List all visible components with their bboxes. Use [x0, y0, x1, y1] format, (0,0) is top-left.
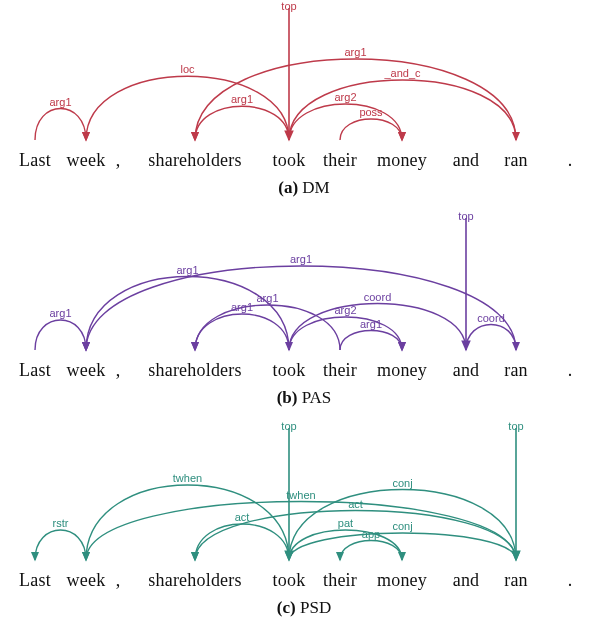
token: Last — [9, 150, 61, 171]
edge-label: coord — [364, 291, 392, 303]
panel-pas: toparg1arg1arg1arg1arg2coordcoordarg1arg… — [0, 210, 608, 410]
edge-label: arg1 — [344, 46, 366, 58]
dependency-arc — [35, 109, 86, 141]
panel-caption: (a) DM — [0, 178, 608, 198]
edge-label: act — [348, 498, 363, 510]
edge-label: loc — [180, 63, 195, 75]
token: their — [316, 150, 364, 171]
token: week — [61, 150, 111, 171]
token: , — [110, 360, 126, 381]
token: and — [441, 150, 491, 171]
panel-caption: (c) PSD — [0, 598, 608, 618]
top-label: top — [281, 420, 296, 432]
edge-label: _and_c — [383, 67, 421, 79]
edge-label: arg1 — [231, 93, 253, 105]
token: and — [441, 360, 491, 381]
caption-letter: (a) — [278, 178, 298, 197]
token: shareholders — [130, 360, 260, 381]
dependency-arc — [340, 541, 402, 561]
top-label: top — [281, 0, 296, 12]
token: Last — [9, 570, 61, 591]
token: . — [560, 570, 580, 591]
dependency-arc — [86, 266, 516, 350]
token: , — [110, 570, 126, 591]
token: . — [560, 150, 580, 171]
token: ran — [494, 150, 538, 171]
token: their — [316, 570, 364, 591]
edge-label: arg1 — [49, 307, 71, 319]
token: . — [560, 360, 580, 381]
dependency-arc — [86, 485, 289, 560]
edge-label: twhen — [173, 472, 202, 484]
edge-label: twhen — [286, 489, 315, 501]
dependency-arc — [35, 320, 86, 350]
token: shareholders — [130, 150, 260, 171]
token: money — [366, 150, 438, 171]
dependency-arc — [340, 119, 402, 140]
token: ran — [494, 360, 538, 381]
token: took — [261, 150, 317, 171]
token: ran — [494, 570, 538, 591]
edge-label: act — [235, 511, 250, 523]
token: and — [441, 570, 491, 591]
edge-label: arg1 — [290, 253, 312, 265]
token: took — [261, 360, 317, 381]
edge-label: arg1 — [49, 96, 71, 108]
caption-text: DM — [302, 178, 329, 197]
dependency-arc — [195, 314, 289, 350]
token: shareholders — [130, 570, 260, 591]
token: their — [316, 360, 364, 381]
dependency-arc — [86, 502, 516, 561]
edge-label: arg1 — [176, 264, 198, 276]
caption-letter: (c) — [277, 598, 296, 617]
dependency-arc — [195, 305, 340, 350]
dependency-arc — [86, 277, 289, 351]
token: , — [110, 150, 126, 171]
top-label: top — [508, 420, 523, 432]
token: week — [61, 570, 111, 591]
dependency-arc — [289, 80, 516, 140]
dependency-arc — [466, 325, 516, 351]
token: money — [366, 570, 438, 591]
token: week — [61, 360, 111, 381]
dependency-arc — [289, 104, 402, 140]
edge-label: arg1 — [256, 292, 278, 304]
caption-letter: (b) — [277, 388, 298, 407]
panel-psd: toptoprstrtwhentwhenactactpatappconjconj… — [0, 420, 608, 620]
dependency-arc — [195, 524, 289, 560]
edge-label: pat — [338, 517, 353, 529]
token: Last — [9, 360, 61, 381]
top-label: top — [458, 210, 473, 222]
caption-text: PAS — [302, 388, 332, 407]
edge-label: arg1 — [360, 318, 382, 330]
panel-caption: (b) PAS — [0, 388, 608, 408]
edge-label: conj — [392, 477, 412, 489]
dependency-arc — [289, 533, 516, 560]
token: money — [366, 360, 438, 381]
dependency-arc — [340, 331, 402, 351]
edge-label: conj — [392, 520, 412, 532]
dependency-arc — [35, 530, 86, 560]
edge-label: rstr — [53, 517, 69, 529]
token: took — [261, 570, 317, 591]
panel-dm: toparg1locarg1_and_cpossarg2arg1Lastweek… — [0, 0, 608, 200]
dependency-arc — [195, 106, 289, 140]
edge-label: arg2 — [334, 91, 356, 103]
edge-label: coord — [477, 312, 505, 324]
caption-text: PSD — [300, 598, 331, 617]
